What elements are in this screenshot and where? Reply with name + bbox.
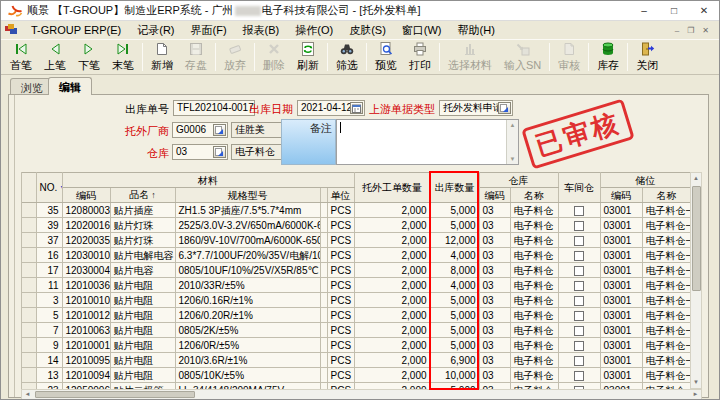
print-button[interactable]: 打印 — [403, 40, 437, 74]
remark-textarea[interactable]: ▲▼ — [336, 119, 519, 165]
preview-button[interactable]: 预览 — [369, 40, 403, 74]
table-row[interactable]: 512010012贴片电阻1206/0.20R/±1%PCS2,0005,000… — [22, 308, 690, 323]
maximize-button[interactable]: □ — [659, 1, 689, 20]
menu-item-7[interactable]: 帮助(H) — [450, 23, 503, 37]
table-row[interactable]: 1312010094贴片电阻0805/10K/±5%PCS2,00010,000… — [22, 368, 690, 383]
menu-item-6[interactable]: 窗口(W) — [394, 23, 450, 37]
table-row[interactable]: 3512080003贴片插座ZH1.5 3P插座/7.5*5.7*4mmPCS2… — [22, 203, 690, 218]
close-button[interactable]: ✕ — [689, 1, 719, 20]
menu-item-0[interactable]: T-GROUP ERP(E) — [23, 23, 129, 37]
issue-date-field[interactable]: 2021-04-12 — [297, 100, 365, 116]
workshop-checkbox[interactable] — [574, 341, 584, 351]
audit-label: 审核 — [558, 58, 580, 73]
new-label: 新增 — [151, 58, 173, 73]
calendar-button[interactable] — [350, 102, 363, 114]
workshop-checkbox[interactable] — [574, 356, 584, 366]
workshop-checkbox[interactable] — [574, 326, 584, 336]
col-group-warehouse[interactable]: 仓库 — [479, 173, 558, 188]
filter-label: 筛选 — [336, 58, 358, 73]
refresh-button[interactable]: 刷新 — [291, 40, 325, 74]
col-header-spec[interactable]: 规格型号 — [175, 188, 320, 203]
scroll-up-icon[interactable]: ▲ — [691, 173, 701, 184]
col-header-workshop[interactable]: 车间仓 — [558, 173, 600, 203]
col-header-no[interactable]: NO.▼ — [36, 173, 62, 203]
table-row[interactable]: 912010001贴片电阻1206/0R/±5%PCS2,0005,00003电… — [22, 338, 690, 353]
workshop-checkbox[interactable] — [574, 236, 584, 246]
table-row[interactable]: 312010010贴片电阻1206/0.16R/±1%PCS2,0005,000… — [22, 293, 690, 308]
vendor-lookup-button[interactable] — [213, 124, 226, 136]
workshop-checkbox[interactable] — [574, 281, 584, 291]
menu-item-4[interactable]: 操作(O) — [287, 23, 341, 37]
menu-item-3[interactable]: 报表(B) — [235, 23, 288, 37]
table-row[interactable]: 1712030004贴片电容0805/10UF/10%/25V/X5R/85℃P… — [22, 263, 690, 278]
input-sn-label: 输入SN — [504, 58, 541, 73]
col-header-unit[interactable]: 单位 — [327, 188, 354, 203]
table-row[interactable]: 3712020035贴片灯珠1860/9V-10V/700mA/6000K-65… — [22, 233, 690, 248]
scroll-left-icon[interactable]: ◄ — [22, 390, 33, 399]
mdi-minimize-icon[interactable]: – — [671, 26, 683, 35]
scroll-right-icon[interactable]: ► — [690, 390, 701, 399]
menu-item-5[interactable]: 皮肤(S) — [341, 23, 394, 37]
minimize-button[interactable]: – — [629, 1, 659, 20]
col-group-location[interactable]: 储位 — [600, 173, 690, 188]
menu-bar: T-GROUP ERP(E)记录(R)界面(F)报表(B)操作(O)皮肤(S)窗… — [1, 21, 719, 39]
workshop-checkbox[interactable] — [574, 266, 584, 276]
col-header-code[interactable]: 编码 — [62, 188, 110, 203]
col-header-order-qty[interactable]: 托外工单数量 — [354, 173, 430, 203]
mdi-restore-icon[interactable]: ❐ — [683, 26, 698, 35]
col-header-wh-name[interactable]: 名称 — [510, 188, 558, 203]
menu-item-2[interactable]: 界面(F) — [183, 23, 235, 37]
workshop-checkbox[interactable] — [574, 251, 584, 261]
first-icon — [13, 41, 29, 57]
col-group-material[interactable]: 材料 — [62, 173, 354, 188]
table-row[interactable]: 1112010036贴片电阻2010/33R/±5%PCS2,0004,0000… — [22, 278, 690, 293]
remark-label: 备注 — [310, 121, 332, 136]
close-button[interactable]: 关闭 — [630, 40, 664, 74]
grid-vertical-scrollbar[interactable]: ▲ ▼ — [690, 172, 702, 389]
upstream-lookup-button[interactable] — [498, 102, 511, 114]
col-header-wh-code[interactable]: 编码 — [479, 188, 510, 203]
tab-edit[interactable]: 编辑 — [48, 77, 92, 95]
vertical-scroll-thumb[interactable] — [692, 186, 701, 291]
detail-grid: NO.▼ 材料 托外工单数量 出库数量 仓库 车间仓 储位 编码 品名↑ 规格型… — [21, 172, 690, 389]
col-header-narrow[interactable] — [320, 188, 327, 203]
workshop-checkbox[interactable] — [574, 206, 584, 216]
warehouse-code-field[interactable]: 03 — [172, 144, 228, 160]
inventory-button[interactable]: 库存 — [591, 40, 625, 74]
col-header-name[interactable]: 品名↑ — [110, 188, 175, 203]
workshop-checkbox[interactable] — [574, 221, 584, 231]
mdi-close-icon[interactable]: ✕ — [698, 26, 713, 35]
workshop-checkbox[interactable] — [574, 296, 584, 306]
grid-horizontal-scrollbar[interactable]: ◄ ► — [21, 389, 702, 400]
inventory-label: 库存 — [597, 58, 619, 73]
filter-button[interactable]: 筛选 — [330, 40, 364, 74]
input-sn-icon — [515, 41, 531, 57]
first-button[interactable]: 首笔 — [4, 40, 38, 74]
scroll-down-icon[interactable]: ▼ — [691, 377, 701, 388]
col-header-loc-code[interactable]: 编码 — [600, 188, 642, 203]
title-bar: 顺景 【T-GROUP】制造业ERP系统 - 广州电子科技有限公司 - [托外发… — [1, 1, 719, 21]
mdi-controls: – ❐ ✕ — [671, 26, 713, 35]
upstream-type-field[interactable]: 托外发料申请 — [439, 100, 513, 116]
next-button[interactable]: 下笔 — [72, 40, 106, 74]
col-header-loc-name[interactable]: 名称 — [642, 188, 690, 203]
new-button[interactable]: 新增 — [145, 40, 179, 74]
warehouse-lookup-button[interactable] — [213, 146, 226, 158]
horizontal-scroll-thumb[interactable] — [35, 391, 195, 398]
workshop-checkbox[interactable] — [574, 371, 584, 381]
workshop-checkbox[interactable] — [574, 311, 584, 321]
lookup-icon — [500, 104, 509, 113]
vendor-code-field[interactable]: G0006 — [172, 122, 228, 138]
redacted-company-name — [235, 6, 261, 16]
delete-button: 删除 — [257, 40, 291, 74]
table-row[interactable]: 3912020016贴片灯珠2525/3.0V-3.2V/650mA/6000K… — [22, 218, 690, 233]
prev-button[interactable]: 上笔 — [38, 40, 72, 74]
menu-item-1[interactable]: 记录(R) — [129, 23, 182, 37]
table-row[interactable]: 1612030010贴片电解电容6.3*7.7/100UF/20%/35V/电解… — [22, 248, 690, 263]
col-header-issue-qty[interactable]: 出库数量 — [430, 173, 479, 203]
table-row[interactable]: 1412010095贴片电阻2010/3.6R/±1%PCS2,0006,900… — [22, 353, 690, 368]
last-button[interactable]: 末笔 — [106, 40, 140, 74]
remark-scrollbar[interactable]: ▲▼ — [506, 120, 518, 164]
table-row[interactable]: 712010063贴片电阻0805/2K/±5%PCS2,0005,00003电… — [22, 323, 690, 338]
doc-no-field[interactable]: TFL202104-0017 — [173, 100, 255, 116]
